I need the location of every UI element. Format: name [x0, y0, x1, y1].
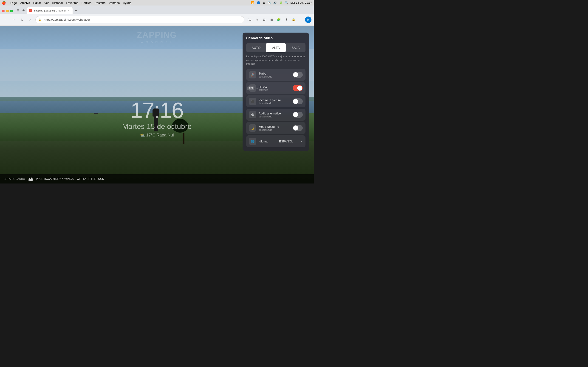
pip-status: desactivado: [259, 102, 290, 105]
traffic-lights: [2, 10, 13, 12]
language-icon: 🌐: [249, 138, 256, 145]
quality-buttons: AUTO ALTA BAJA: [246, 43, 305, 52]
hevc-toggle[interactable]: [293, 85, 303, 91]
menu-battery-icon: 🔋: [279, 1, 283, 4]
settings-panel: Calidad del video AUTO ALTA BAJA La conf…: [242, 33, 309, 151]
night-mode-toggle[interactable]: [293, 125, 303, 131]
menu-favoritos[interactable]: Favoritos: [66, 1, 78, 5]
turbo-status: desactivado: [259, 75, 290, 78]
refresh-button[interactable]: ↻: [19, 17, 25, 23]
bottom-bar: ESTÁ SONANDO PAUL MCCARTNEY & WINGS – WI…: [0, 174, 314, 184]
quality-alta-button[interactable]: ALTA: [266, 43, 286, 52]
menu-wifi-icon: 📶: [251, 1, 254, 4]
menu-datetime: Mar 15 oct. 19:17: [291, 1, 312, 4]
menu-clock-icon: 🕐: [268, 1, 271, 4]
menu-app-name[interactable]: Edge: [10, 1, 17, 5]
home-button[interactable]: ⌂: [27, 17, 34, 23]
zapping-watermark: ZAPPING C H A N N E L: [137, 30, 177, 44]
audio-alt-status: desactivado: [259, 115, 290, 118]
weather-icon: ⛅: [140, 133, 145, 137]
zapping-logo-subtitle: C H A N N E L: [137, 40, 177, 44]
active-tab[interactable]: Z Zapping | Zapping Channel ✕: [27, 7, 73, 14]
address-bar: ← → ↻ ⌂ 🔒 Aa ☆ ⊡ ⊞ 🧩 ⬇ 🔒 ··· M: [0, 14, 314, 26]
language-dropdown-wrap: ESPAÑOL ENGLISH PORTUGUÊS ▼: [279, 140, 303, 143]
eq-bar-5: [32, 178, 33, 181]
reader-view-button[interactable]: Aa: [246, 17, 253, 23]
video-player-area: ZAPPING C H A N N E L 17:16 Martes 15 de…: [0, 26, 314, 184]
tab-close-button[interactable]: ✕: [67, 9, 70, 12]
pip-text: Picture in picture desactivado: [259, 98, 290, 105]
tab-title: Zapping | Zapping Channel: [34, 9, 66, 12]
language-row: 🌐 Idioma ESPAÑOL ENGLISH PORTUGUÊS ▼: [246, 135, 305, 147]
split-screen-button[interactable]: ⊞: [268, 17, 275, 23]
now-playing-label: ESTÁ SONANDO: [4, 177, 25, 180]
audio-alt-row: 💬 Audio alternativo desactivado: [246, 109, 305, 121]
menu-historial[interactable]: Historial: [52, 1, 63, 5]
turbo-icon: 🚀: [249, 71, 256, 78]
collections-button[interactable]: ⊡: [261, 17, 267, 23]
extensions-button[interactable]: 🧩: [276, 17, 282, 23]
apple-menu[interactable]: 🍎: [2, 1, 6, 5]
song-info: PAUL MCCARTNEY & WINGS – WITH A LITTLE L…: [36, 177, 104, 181]
menu-bar: 🍎 Edge Archivo Editar Ver Historial Favo…: [0, 0, 314, 6]
address-input[interactable]: [35, 16, 244, 23]
night-mode-name: Modo Nocturno: [259, 125, 290, 128]
browser-window: ⊞ ⊕ Z Zapping | Zapping Channel ✕ + ← → …: [0, 6, 314, 184]
quality-description: La configuración "AUTO" se ajusta para t…: [246, 55, 305, 66]
hevc-name: HEVC: [259, 85, 290, 89]
pip-row: ⬛ Picture in picture desactivado: [246, 95, 305, 107]
menu-bar-right: 📶 🔵 🖥 🕐 🔊 🔋 🔍 Mar 15 oct. 19:17: [251, 1, 312, 4]
hevc-icon: HEVC H.265: [249, 84, 256, 92]
night-mode-row: 🌙 Modo Nocturno desactivado: [246, 122, 305, 134]
audio-alt-name: Audio alternativo: [259, 112, 290, 115]
pip-name: Picture in picture: [259, 98, 290, 102]
tab-favicon: Z: [29, 9, 32, 12]
address-input-wrap: 🔒: [35, 16, 244, 23]
tab-bar: ⊞ ⊕ Z Zapping | Zapping Channel ✕ +: [0, 6, 314, 14]
menu-perfiles[interactable]: Perfiles: [82, 1, 91, 5]
panel-title: Calidad del video: [246, 36, 305, 40]
menu-ayuda[interactable]: Ayuda: [123, 1, 131, 5]
hevc-row: HEVC H.265 HEVC activado: [246, 82, 305, 94]
menu-archivo[interactable]: Archivo: [20, 1, 30, 5]
toolbar-actions: Aa ☆ ⊡ ⊞ 🧩 ⬇ 🔒 ··· M: [246, 17, 311, 23]
back-button[interactable]: ←: [2, 17, 9, 23]
quality-section: AUTO ALTA BAJA La configuración "AUTO" s…: [246, 43, 305, 66]
quality-auto-button[interactable]: AUTO: [246, 43, 266, 52]
close-window-button[interactable]: [2, 10, 5, 12]
hevc-status: activado: [259, 89, 290, 91]
zapping-logo-text: ZAPPING: [137, 30, 177, 40]
more-button[interactable]: ···: [298, 17, 304, 23]
language-text: Idioma: [259, 140, 277, 143]
language-select[interactable]: ESPAÑOL ENGLISH PORTUGUÊS: [279, 140, 303, 143]
menu-editar[interactable]: Editar: [33, 1, 41, 5]
pip-toggle[interactable]: [293, 98, 303, 104]
quality-baja-button[interactable]: BAJA: [286, 43, 305, 52]
night-mode-text: Modo Nocturno desactivado: [259, 125, 290, 131]
profile-button[interactable]: M: [305, 17, 311, 23]
menu-pestana[interactable]: Pestaña: [95, 1, 106, 5]
forward-button[interactable]: →: [10, 17, 17, 23]
downloads-button[interactable]: ⬇: [283, 17, 289, 23]
new-tab-button-left[interactable]: ⊕: [21, 7, 26, 13]
maximize-window-button[interactable]: [10, 10, 13, 12]
menu-display-icon: 🖥: [262, 1, 265, 4]
night-mode-status: desactivado: [259, 128, 290, 131]
turbo-name: Turbo: [259, 72, 290, 75]
menu-search-icon[interactable]: 🔍: [285, 1, 288, 4]
eq-bar-1: [28, 179, 28, 181]
favorites-button[interactable]: ☆: [254, 17, 260, 23]
new-tab-button[interactable]: +: [74, 8, 79, 13]
browser-action-button[interactable]: 🔒: [290, 17, 297, 23]
audio-alt-toggle[interactable]: [293, 112, 303, 118]
hevc-badge: HEVC: [247, 86, 254, 90]
menu-sound-icon: 🔊: [273, 1, 277, 4]
menu-ventana[interactable]: Ventana: [109, 1, 120, 5]
turbo-toggle[interactable]: [293, 72, 303, 78]
minimize-window-button[interactable]: [6, 10, 9, 12]
equalizer: [28, 177, 33, 181]
menu-bluetooth-icon: 🔵: [257, 1, 260, 4]
address-lock-icon: 🔒: [38, 18, 41, 21]
sidebar-toggle-button[interactable]: ⊞: [16, 7, 20, 13]
menu-ver[interactable]: Ver: [44, 1, 49, 5]
